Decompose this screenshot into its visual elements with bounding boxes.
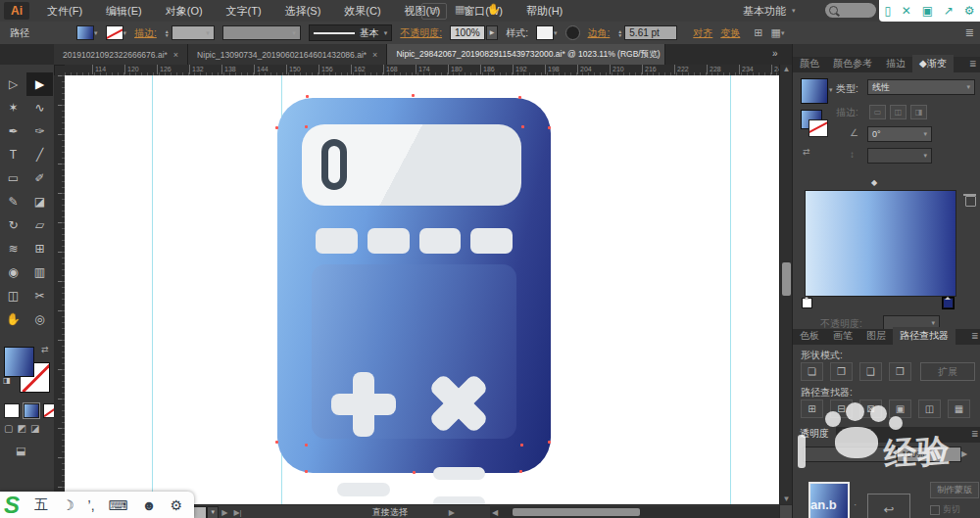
tool-button[interactable]: ✶	[0, 96, 26, 119]
vertical-scrollbar[interactable]: ▲ ▼	[779, 65, 793, 504]
tool-button[interactable]: ✎	[0, 190, 26, 213]
menu-item[interactable]: 帮助(H)	[516, 0, 572, 22]
gradient-type-dropdown[interactable]: 线性▾	[867, 79, 975, 95]
tool-button[interactable]: ◉	[0, 260, 26, 284]
shape-mode-icon[interactable]: ❑	[859, 362, 882, 381]
tool-button[interactable]: ▱	[26, 213, 53, 237]
anchor-point[interactable]	[413, 471, 416, 474]
opacity-field[interactable]: 100%	[450, 25, 485, 40]
menu-item[interactable]: 对象(O)	[156, 0, 213, 22]
menu-item[interactable]: 文字(T)	[217, 0, 271, 22]
calculator-artwork[interactable]	[277, 98, 551, 473]
fill-color-well[interactable]	[4, 347, 34, 377]
horizontal-scrollbar[interactable]: ◀	[490, 506, 779, 518]
hand-cursor-icon[interactable]: ✋	[487, 3, 501, 16]
align-to-icon[interactable]: ▦▾	[771, 26, 785, 39]
overlay-icon[interactable]: ✕	[902, 0, 911, 22]
overlay-icon[interactable]: ▯	[884, 0, 891, 22]
status-expand-icon[interactable]: ▶	[449, 508, 455, 517]
panel-tab[interactable]: 颜色	[793, 55, 826, 72]
overlay-icon[interactable]: ↗	[944, 0, 954, 22]
tool-button[interactable]: ↻	[0, 213, 26, 237]
gradient-angle-field[interactable]: 0°▾	[867, 126, 932, 142]
panel-tab[interactable]: ◆渐变	[912, 55, 954, 72]
anchor-point[interactable]	[305, 444, 308, 447]
pathfinder-icon[interactable]: ◫	[918, 400, 941, 418]
tool-button[interactable]: ≋	[0, 237, 26, 260]
color-button[interactable]	[4, 403, 20, 418]
panel-tab[interactable]: 色板	[793, 327, 826, 345]
transparency-opacity-field[interactable]: 100%	[897, 447, 961, 462]
panel-menu-icon[interactable]: ≣	[971, 429, 978, 439]
screen-mode-icon[interactable]: ⬓	[16, 445, 25, 457]
ime-icon[interactable]: ⌨	[109, 497, 128, 513]
tool-button[interactable]: ✂	[26, 284, 53, 307]
bridge-button[interactable]: Br	[421, 3, 447, 20]
tool-button[interactable]: ▥	[26, 260, 53, 284]
stroke-swatch[interactable]: ▾	[106, 25, 127, 40]
tool-button[interactable]: ▭	[0, 166, 26, 190]
tool-button[interactable]: ╱	[26, 143, 53, 166]
ime-icon[interactable]: ⚙	[171, 497, 183, 513]
panel-menu-icon[interactable]: ≣	[971, 331, 978, 341]
anchor-point[interactable]	[518, 96, 521, 99]
tool-button[interactable]: T	[0, 143, 26, 166]
menu-item[interactable]: 文件(F)	[37, 0, 92, 22]
stroke-weight-stepper[interactable]: ▲▼	[165, 29, 170, 37]
anchor-point[interactable]	[519, 470, 522, 473]
panel-tab[interactable]: 透明度	[793, 425, 836, 443]
shape-mode-icon[interactable]: ❐	[830, 362, 853, 381]
anchor-point[interactable]	[548, 126, 551, 129]
sogou-logo[interactable]: S	[4, 492, 20, 518]
object-thumbnail[interactable]: an.b	[808, 482, 850, 518]
close-icon[interactable]: ×	[372, 50, 377, 60]
transform-link[interactable]: 变换	[720, 26, 740, 40]
pathfinder-icon[interactable]: ⊟	[830, 400, 853, 418]
tool-button[interactable]: ◫	[0, 284, 26, 307]
anchor-point[interactable]	[275, 126, 278, 129]
swap-fill-stroke-icon[interactable]: ⇄	[41, 345, 49, 354]
anchor-point[interactable]	[306, 95, 309, 98]
default-fill-stroke-icon[interactable]: ◨	[3, 376, 11, 385]
tool-button[interactable]: ∿	[26, 96, 53, 119]
tool-button[interactable]: ✒	[0, 119, 26, 143]
shape-mode-icon[interactable]: ❒	[889, 362, 911, 381]
draw-inside-icon[interactable]: ◪	[30, 423, 39, 434]
stroke-label[interactable]: 描边:	[134, 26, 157, 40]
tool-button[interactable]: ✐	[26, 166, 53, 190]
document-tab[interactable]: Nipic_29842067_20190829115439732000.ai* …	[387, 44, 665, 65]
expand-button[interactable]: 扩展	[920, 362, 975, 381]
gradient-stop-end[interactable]	[943, 298, 954, 308]
mask-slot[interactable]: ↩	[867, 494, 910, 518]
anchor-point[interactable]	[305, 470, 308, 473]
gradient-swatch-arrow[interactable]: ▾	[829, 86, 833, 94]
shape-mode-icon[interactable]: ❏	[801, 362, 823, 381]
next-artboard-icon[interactable]: ▶	[221, 508, 227, 517]
ime-icon[interactable]: 五	[34, 496, 48, 514]
stroke-within-icon[interactable]: ▭	[869, 105, 886, 119]
tool-button[interactable]: ▷	[0, 72, 26, 96]
draw-behind-icon[interactable]: ◩	[17, 423, 25, 434]
opacity-dropdown-arrow[interactable]: ▶	[486, 25, 499, 40]
draw-normal-icon[interactable]: ▢	[4, 423, 13, 434]
tool-button[interactable]: ◪	[26, 190, 53, 213]
workspace-switcher[interactable]: 基本功能▾	[743, 3, 796, 19]
pathfinder-icon[interactable]: ▦	[948, 400, 970, 418]
brush-definition-dropdown[interactable]: 基本 ▾	[309, 24, 393, 41]
menu-item[interactable]: 选择(S)	[275, 0, 331, 22]
gradient-swatch[interactable]	[801, 78, 828, 104]
pathfinder-icon[interactable]: ▣	[889, 400, 911, 418]
tool-button[interactable]: ◎	[26, 307, 53, 331]
align-link[interactable]: 对齐	[693, 26, 712, 40]
anchor-point[interactable]	[548, 441, 551, 444]
panel-tab[interactable]: 图层	[859, 327, 893, 345]
reverse-gradient-icon[interactable]: ⇄	[803, 147, 810, 157]
anchor-point[interactable]	[521, 125, 524, 128]
tool-button[interactable]: ▶	[26, 72, 53, 96]
last-artboard-icon[interactable]: ▶|	[233, 508, 241, 517]
blend-mode-dropdown[interactable]: ▾	[803, 447, 897, 462]
tab-overflow-icon[interactable]: »	[772, 48, 778, 59]
trash-icon[interactable]	[965, 196, 976, 207]
stroke-across-icon[interactable]: ◨	[910, 105, 927, 119]
anchor-point[interactable]	[412, 94, 415, 97]
